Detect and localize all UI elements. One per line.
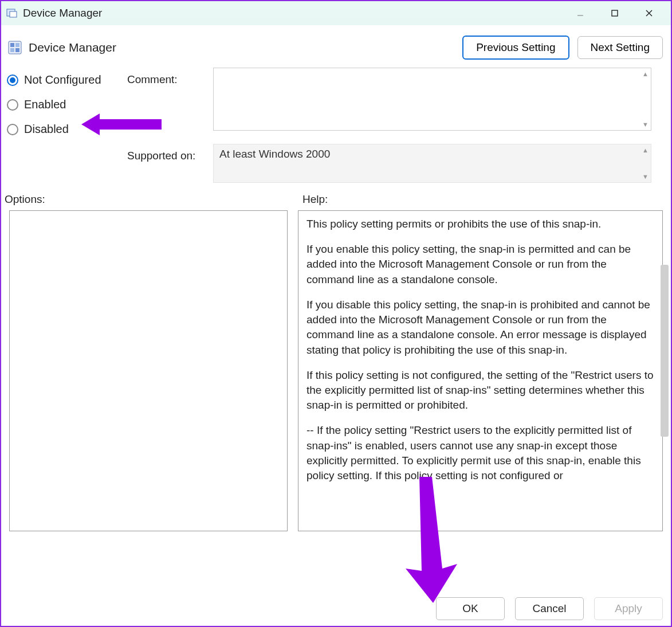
cancel-button[interactable]: Cancel: [515, 597, 584, 620]
radio-enabled[interactable]: Enabled: [7, 98, 127, 111]
help-paragraph: If you enable this policy setting, the s…: [306, 242, 654, 287]
radio-label: Disabled: [24, 123, 69, 136]
state-radio-group: Not Configured Enabled Disabled: [7, 68, 127, 136]
comment-textarea[interactable]: ▲ ▼: [213, 68, 651, 131]
help-paragraph: -- If the policy setting "Restrict users…: [306, 423, 654, 483]
scroll-up-icon: ▲: [642, 147, 649, 154]
help-panel: This policy setting permits or prohibits…: [298, 210, 663, 531]
next-setting-button[interactable]: Next Setting: [577, 36, 663, 59]
radio-label: Enabled: [24, 98, 66, 111]
close-button[interactable]: [632, 1, 666, 25]
policy-icon: [7, 40, 23, 56]
app-icon: [6, 7, 18, 19]
help-paragraph: If this policy setting is not configured…: [306, 368, 654, 413]
scroll-up-icon: ▲: [642, 70, 649, 77]
supported-on-box: At least Windows 2000 ▲ ▼: [213, 144, 651, 183]
svg-rect-7: [10, 43, 14, 47]
options-label: Options:: [5, 193, 302, 206]
maximize-button[interactable]: [598, 1, 632, 25]
svg-rect-8: [15, 43, 19, 47]
comment-label: Comment:: [127, 68, 213, 136]
supported-on-text: At least Windows 2000: [219, 148, 330, 160]
help-label: Help:: [302, 193, 328, 206]
minimize-button[interactable]: [563, 1, 598, 25]
scroll-down-icon: ▼: [642, 121, 649, 128]
help-paragraph: If you disable this policy setting, the …: [306, 297, 654, 358]
radio-not-configured[interactable]: Not Configured: [7, 73, 127, 87]
dialog-footer: OK Cancel Apply: [436, 597, 663, 620]
help-paragraph: This policy setting permits or prohibits…: [306, 217, 654, 232]
window-title: Device Manager: [23, 7, 102, 19]
svg-rect-9: [10, 48, 14, 52]
apply-button[interactable]: Apply: [594, 597, 663, 620]
svg-rect-1: [10, 11, 17, 17]
titlebar: Device Manager: [1, 1, 671, 25]
ok-button[interactable]: OK: [436, 597, 505, 620]
supported-label: Supported on:: [127, 138, 213, 183]
previous-setting-button[interactable]: Previous Setting: [462, 36, 569, 60]
scroll-down-icon: ▼: [642, 173, 649, 180]
options-panel: [9, 210, 288, 531]
svg-rect-3: [612, 10, 618, 16]
scrollbar-thumb[interactable]: [661, 265, 669, 437]
svg-rect-10: [15, 48, 19, 52]
policy-name: Device Manager: [29, 41, 116, 54]
radio-label: Not Configured: [24, 73, 101, 87]
policy-header: Device Manager Previous Setting Next Set…: [1, 25, 671, 64]
radio-disabled[interactable]: Disabled: [7, 123, 127, 136]
